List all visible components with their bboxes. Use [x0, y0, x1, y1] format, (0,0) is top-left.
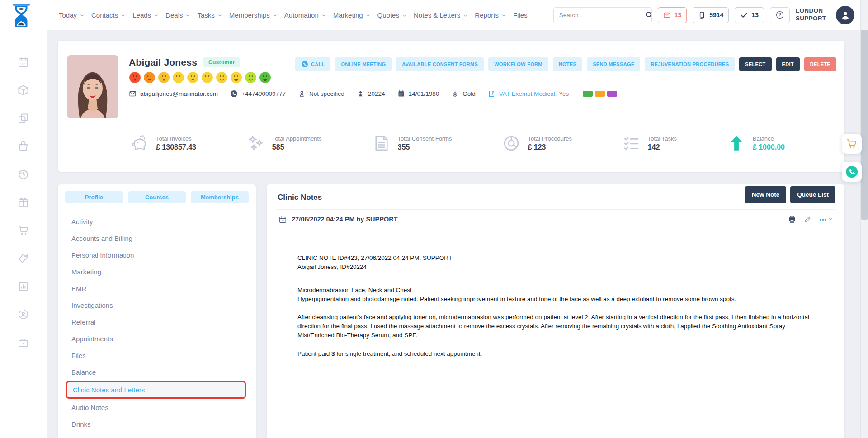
available-consent-forms-button[interactable]: AVAILABLE CONSENT FORMS — [396, 57, 484, 71]
mood-emoji-1[interactable] — [129, 71, 141, 84]
mood-emoji-5[interactable] — [187, 71, 199, 84]
cart-icon[interactable] — [17, 224, 29, 236]
package-icon[interactable] — [17, 84, 29, 96]
nav-item-marketing[interactable]: Marketing — [333, 11, 371, 19]
help-icon — [775, 10, 784, 19]
cart-float-button[interactable] — [842, 134, 862, 154]
nav-item-reports[interactable]: Reports — [475, 11, 506, 19]
send-message-button[interactable]: SEND MESSAGE — [587, 57, 640, 71]
current-user-label: LONDON SUPPORT — [796, 7, 830, 23]
panel-title: Clinic Notes — [278, 193, 322, 202]
delete-button[interactable]: DELETE — [804, 57, 836, 71]
nav-item-label: Contacts — [91, 11, 118, 19]
nav-item-memberships[interactable]: Memberships — [229, 11, 278, 19]
calendar-12-icon[interactable]: 12 — [17, 56, 29, 68]
gift-icon[interactable] — [17, 196, 29, 208]
sidebar-item-activity[interactable]: Activity — [58, 213, 256, 230]
nav-item-automation[interactable]: Automation — [284, 11, 326, 19]
person-outline-icon — [298, 90, 306, 98]
tab-memberships[interactable]: Memberships — [191, 191, 249, 203]
nav-item-leads[interactable]: Leads — [132, 11, 159, 19]
sidebar-item-files[interactable]: Files — [58, 347, 256, 364]
stat-total-tasks: Total Tasks142 — [622, 134, 677, 153]
tab-profile[interactable]: Profile — [65, 191, 123, 203]
stat-value: 355 — [398, 143, 452, 151]
help-button[interactable] — [770, 7, 790, 23]
sidebar-item-accounts-and-billing[interactable]: Accounts and Billing — [58, 230, 256, 247]
sidebar-item-personal-information[interactable]: Personal Information — [58, 247, 256, 264]
mood-emoji-10[interactable] — [259, 71, 271, 84]
shopping-bag-icon[interactable] — [17, 140, 29, 152]
medal-icon — [451, 90, 459, 98]
sidebar-item-investigations[interactable]: Investigations — [58, 297, 256, 314]
nav-item-label: Marketing — [333, 11, 363, 19]
nav-item-files[interactable]: Files — [513, 11, 528, 19]
note-meta-line2: Abigail Joness, ID#20224 — [297, 263, 819, 272]
nav-item-contacts[interactable]: Contacts — [91, 11, 126, 19]
history-icon[interactable] — [17, 168, 29, 180]
account-sync-icon[interactable] — [17, 308, 29, 320]
sidebar-item-marketing[interactable]: Marketing — [58, 264, 256, 280]
note-paragraphs: Microdermabrasion Face, Neck and Chest H… — [297, 286, 819, 358]
stat-value: 142 — [648, 143, 677, 151]
mood-emoji-6[interactable] — [201, 71, 213, 84]
stat-label: Total Consent Forms — [398, 135, 452, 142]
queue-list-button[interactable]: Queue List — [790, 186, 835, 203]
rejuvenation-procedures-button[interactable]: REJUVENATION PROCEDURES — [645, 57, 735, 71]
mood-emoji-3[interactable] — [158, 71, 170, 84]
mobile-icon — [698, 11, 706, 19]
button-label: EDIT — [782, 61, 794, 67]
mood-emoji-4[interactable] — [172, 71, 184, 84]
notes-button[interactable]: NOTES — [553, 57, 582, 71]
scrollbar-thumb[interactable] — [861, 30, 868, 220]
print-icon[interactable] — [788, 215, 797, 224]
button-label: CALL — [311, 61, 325, 67]
chevron-down-icon — [501, 13, 506, 18]
clinic-notes-header: Clinic Notes New NoteQueue List — [267, 184, 844, 203]
report-icon[interactable] — [17, 280, 29, 292]
app-logo-hourglass-icon[interactable] — [11, 3, 32, 28]
sidebar-item-referral[interactable]: Referral — [58, 314, 256, 330]
sidebar-item-emr[interactable]: EMR — [58, 280, 256, 297]
page-scrollbar — [860, 0, 868, 438]
select-button[interactable]: SELECT — [739, 57, 771, 71]
edit-button[interactable]: EDIT — [776, 57, 800, 71]
search-input[interactable] — [554, 8, 645, 23]
sidebar-item-balance[interactable]: Balance — [58, 364, 256, 381]
profile-photo[interactable] — [67, 55, 118, 118]
mood-emoji-8[interactable] — [230, 71, 242, 84]
user-avatar[interactable] — [836, 6, 854, 24]
search-button[interactable] — [645, 8, 652, 23]
work-case-icon[interactable] — [17, 336, 29, 349]
new-note-button[interactable]: New Note — [745, 186, 787, 203]
nav-item-today[interactable]: Today — [59, 11, 85, 19]
sidebar-item-appointments[interactable]: Appointments — [58, 330, 256, 347]
menu-item-label: Audio Notes — [71, 404, 108, 411]
price-tag-icon[interactable] — [17, 252, 29, 264]
edit-note-icon[interactable] — [804, 215, 812, 223]
call-float-button[interactable] — [842, 162, 862, 182]
copy-icon[interactable] — [17, 112, 29, 124]
call-button[interactable]: CALL — [295, 57, 331, 71]
mood-emoji-2[interactable] — [143, 71, 156, 84]
nav-item-deals[interactable]: Deals — [165, 11, 190, 19]
profile-detail-client-id: 20224 — [357, 90, 385, 98]
nav-item-quotes[interactable]: Quotes — [377, 11, 407, 19]
nav-item-label: Tasks — [197, 11, 214, 19]
profile-detail-email: abigailjones@mailinator.com — [129, 90, 218, 98]
online-meeting-button[interactable]: ONLINE MEETING — [335, 57, 392, 71]
nav-item-tasks[interactable]: Tasks — [197, 11, 222, 19]
sidebar-item-audio-notes[interactable]: Audio Notes — [58, 399, 256, 416]
calls-badge[interactable]: 5914 — [693, 7, 729, 23]
mood-emoji-9[interactable] — [245, 71, 257, 84]
messages-badge[interactable]: 13 — [658, 7, 687, 23]
nav-item-notes-letters[interactable]: Notes & Letters — [414, 11, 468, 19]
workflow-form-button[interactable]: WORKFLOW FORM — [488, 57, 548, 71]
sidebar-item-clinic-notes-and-letters[interactable]: Clinic Notes and Letters — [66, 381, 246, 399]
tab-courses[interactable]: Courses — [128, 191, 186, 203]
more-options-button[interactable]: ••• — [819, 216, 833, 223]
profile-detail-date-of-birth: 14/01/1980 — [397, 90, 439, 98]
tasks-badge[interactable]: 13 — [735, 7, 764, 23]
mood-emoji-7[interactable] — [216, 71, 228, 84]
sidebar-item-drinks[interactable]: Drinks — [58, 416, 256, 433]
